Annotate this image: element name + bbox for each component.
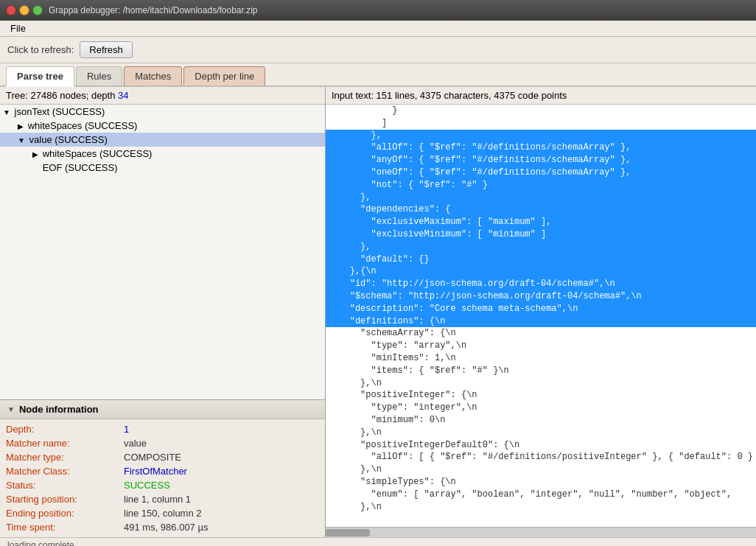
code-line: }, — [326, 130, 756, 142]
code-line: ] — [326, 117, 756, 130]
end-pos-value: line 150, column 2 — [124, 508, 202, 519]
refresh-button[interactable]: Refresh — [80, 41, 133, 58]
expand-icon: ▼ — [3, 108, 10, 116]
tab-matches[interactable]: Matches — [124, 66, 182, 85]
node-info-title: Node information — [19, 404, 99, 415]
code-line: }, — [326, 192, 756, 204]
menu-bar: File — [0, 21, 756, 37]
code-line: "exclusiveMaximum": [ "maximum" ], — [326, 216, 756, 228]
matcher-name-label: Matcher name: — [6, 438, 124, 449]
code-line: "positiveIntegerDefault0": {\n — [326, 439, 756, 452]
expand-icon: ▼ — [18, 136, 25, 144]
depth-value: 1 — [124, 424, 129, 435]
node-info-panel: ▼ Node information Depth: 1 Matcher name… — [0, 399, 325, 537]
code-line: "type": "integer",\n — [326, 402, 756, 414]
code-line: "definitions": {\n — [326, 315, 756, 328]
code-line: "description": "Core schema meta-schema"… — [326, 303, 756, 315]
window-controls — [6, 5, 43, 15]
collapse-icon: ▼ — [7, 405, 15, 413]
close-button[interactable] — [6, 5, 16, 15]
code-line: "allOf": { "$ref": "#/definitions/schema… — [326, 141, 756, 154]
code-line: "minItems": 1,\n — [326, 352, 756, 365]
status-bar: loading complete — [0, 537, 756, 546]
tab-rules[interactable]: Rules — [76, 66, 122, 85]
code-line: "minimum": 0\n — [326, 414, 756, 427]
window-title: Grappa debugger: /home/itachi/Downloads/… — [49, 5, 258, 15]
tree-depth: 34 — [118, 90, 128, 101]
tree-item-selected[interactable]: ▼ value (SUCCESS) — [0, 133, 325, 147]
code-line: "not": { "$ref": "#" } — [326, 179, 756, 192]
tree-nodes: 27486 nodes — [30, 90, 85, 101]
tree-info: Tree: 27486 nodes; depth 34 — [0, 87, 325, 105]
status-value: SUCCESS — [124, 480, 170, 491]
tree-item[interactable]: ▶ EOF (SUCCESS) — [0, 161, 325, 175]
code-line: "exclusiveMinimum": [ "minimum" ] — [326, 228, 756, 241]
node-info-content: Depth: 1 Matcher name: value Matcher typ… — [0, 419, 325, 537]
info-row-time-spent: Time spent: 491 ms, 986.007 µs — [6, 520, 319, 534]
expand-icon: ▶ — [18, 122, 24, 130]
node-info-header[interactable]: ▼ Node information — [0, 400, 325, 419]
tree-container[interactable]: ▼ jsonText (SUCCESS) ▶ whiteSpaces (SUCC… — [0, 105, 325, 399]
code-line: "default": {} — [326, 253, 756, 266]
tabs-bar: Parse tree Rules Matches Depth per line — [0, 63, 756, 87]
code-line: "enum": [ "array", "boolean", "integer",… — [326, 489, 756, 501]
tree-item-label: whiteSpaces (SUCCESS) — [43, 148, 153, 159]
tab-depth-per-line[interactable]: Depth per line — [183, 66, 265, 85]
minimize-button[interactable] — [19, 5, 29, 15]
code-line: "id": "http://json-schema.org/draft-04/s… — [326, 278, 756, 290]
status-text: loading complete — [7, 540, 74, 546]
tree-info-sep: ; — [86, 90, 91, 101]
left-panel: Tree: 27486 nodes; depth 34 ▼ jsonText (… — [0, 87, 326, 537]
info-row-start-pos: Starting position: line 1, column 1 — [6, 492, 319, 506]
input-text-info: Input text: 151 lines, 4375 characters, … — [326, 87, 756, 105]
code-line: "items": { "$ref": "#" }\n — [326, 365, 756, 377]
main-content: Tree: 27486 nodes; depth 34 ▼ jsonText (… — [0, 87, 756, 537]
code-line: "$schema": "http://json-schema.org/draft… — [326, 290, 756, 303]
code-line: "type": "array",\n — [326, 340, 756, 352]
toolbar: Click to refresh: Refresh — [0, 37, 756, 63]
click-to-refresh-label: Click to refresh: — [7, 44, 74, 55]
code-line: }, — [326, 241, 756, 253]
code-line: },\n — [326, 463, 756, 476]
time-spent-value: 491 ms, 986.007 µs — [124, 522, 208, 533]
code-line: "schemaArray": {\n — [326, 327, 756, 340]
code-line: "dependencies": { — [326, 203, 756, 216]
horizontal-scrollbar[interactable] — [326, 527, 756, 537]
code-line: },{\n — [326, 265, 756, 278]
code-area[interactable]: } ] }, "allOf": { "$ref": "#/definitions… — [326, 105, 756, 527]
start-pos-value: line 1, column 1 — [124, 494, 191, 505]
matcher-type-value: COMPOSITE — [124, 452, 181, 463]
start-pos-label: Starting position: — [6, 494, 124, 505]
tree-item-label: EOF (SUCCESS) — [43, 162, 118, 173]
code-line: "positiveInteger": {\n — [326, 389, 756, 402]
matcher-class-label: Matcher Class: — [6, 466, 124, 477]
tree-item[interactable]: ▶ whiteSpaces (SUCCESS) — [0, 147, 325, 161]
time-spent-label: Time spent: — [6, 522, 124, 533]
depth-label: Depth: — [6, 424, 124, 435]
menu-file[interactable]: File — [6, 21, 30, 35]
tree-info-prefix: Tree: — [6, 90, 30, 101]
info-row-matcher-name: Matcher name: value — [6, 436, 319, 450]
info-row-status: Status: SUCCESS — [6, 478, 319, 492]
info-row-end-pos: Ending position: line 150, column 2 — [6, 506, 319, 520]
matcher-class-value: FirstOfMatcher — [124, 466, 187, 477]
end-pos-label: Ending position: — [6, 508, 124, 519]
matcher-name-value: value — [124, 438, 147, 449]
code-line: } — [326, 105, 756, 117]
code-line: },\n — [326, 427, 756, 439]
title-bar: Grappa debugger: /home/itachi/Downloads/… — [0, 0, 756, 21]
expand-icon: ▶ — [32, 150, 38, 158]
code-line: },\n — [326, 377, 756, 390]
code-line: "oneOf": { "$ref": "#/definitions/schema… — [326, 167, 756, 179]
code-line: "simpleTypes": {\n — [326, 476, 756, 489]
right-panel: Input text: 151 lines, 4375 characters, … — [326, 87, 756, 537]
tree-item-label: jsonText (SUCCESS) — [15, 106, 105, 117]
info-row-matcher-type: Matcher type: COMPOSITE — [6, 450, 319, 464]
tree-item[interactable]: ▼ jsonText (SUCCESS) — [0, 105, 325, 119]
tree-item[interactable]: ▶ whiteSpaces (SUCCESS) — [0, 119, 325, 133]
maximize-button[interactable] — [32, 5, 43, 15]
matcher-type-label: Matcher type: — [6, 452, 124, 463]
tab-parse-tree[interactable]: Parse tree — [6, 66, 74, 87]
status-label: Status: — [6, 480, 124, 491]
tree-depth-prefix: depth — [91, 90, 118, 101]
